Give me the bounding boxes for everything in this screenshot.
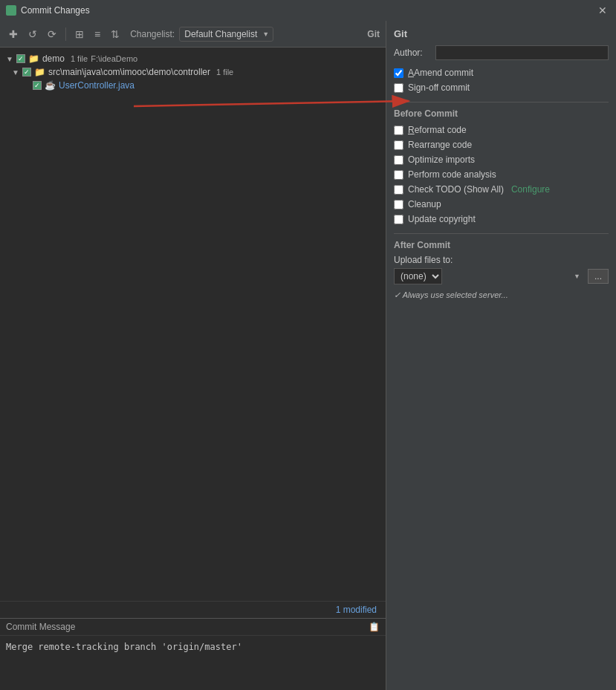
java-file-icon: ☕ <box>45 80 56 91</box>
signoff-commit-checkbox[interactable] <box>394 83 403 93</box>
commit-message-header: Commit Message 📋 <box>0 619 386 636</box>
undo-button[interactable]: ↺ <box>25 26 40 42</box>
tree-root-label: demo <box>42 53 65 64</box>
add-button[interactable]: ✚ <box>6 26 21 42</box>
reformat-row: Reformat code <box>394 125 609 135</box>
tree-root-badge: 1 file <box>71 54 88 63</box>
changelist-label: Changelist: <box>130 29 175 39</box>
folder-icon-root: 📁 <box>28 53 39 64</box>
changelist-select[interactable]: Default Changelist <box>179 27 273 42</box>
analyze-row: Perform code analysis <box>394 169 609 180</box>
app-icon <box>6 5 16 16</box>
commit-message-textarea[interactable]: Merge remote-tracking branch 'origin/mas… <box>0 636 386 688</box>
rearrange-row: Rearrange code <box>394 140 609 150</box>
reformat-checkbox[interactable] <box>394 126 403 135</box>
always-row: ✓ Always use selected server... <box>394 290 609 300</box>
amend-commit-label[interactable]: AAmend commit <box>408 68 473 78</box>
git-section-title: Git <box>394 28 609 39</box>
file-tree: ▼ ✓ 📁 demo 1 file F:\ideaDemo ▼ ✓ 📁 src\… <box>0 48 386 601</box>
commit-message-label: Commit Message <box>6 622 75 632</box>
rearrange-label[interactable]: Rearrange code <box>408 140 472 150</box>
signoff-commit-row: Sign-off commit <box>394 82 609 93</box>
upload-select-row: (none) ... <box>394 268 609 284</box>
cleanup-label[interactable]: Cleanup <box>408 199 441 209</box>
sort2-button[interactable]: ⇅ <box>108 26 123 42</box>
window-title: Commit Changes <box>21 5 90 16</box>
tree-file-label: UserController.java <box>59 80 134 91</box>
tree-root[interactable]: ▼ ✓ 📁 demo 1 file F:\ideaDemo <box>0 52 386 65</box>
todo-row: Check TODO (Show All) Configure <box>394 184 609 195</box>
folder-icon-1: 📁 <box>34 67 45 77</box>
tree-check-root[interactable]: ✓ <box>16 54 25 63</box>
tree-folder-label: src\main\java\com\imooc\demo\controller <box>48 67 210 77</box>
upload-select-wrapper[interactable]: (none) <box>394 268 585 284</box>
tree-folder-badge: 1 file <box>216 68 233 77</box>
author-label: Author: <box>394 48 429 58</box>
right-panel: Git Author: AAmend commit Sign-off commi… <box>386 21 616 690</box>
todo-checkbox[interactable] <box>394 185 403 195</box>
author-row: Author: <box>394 45 609 60</box>
signoff-commit-label[interactable]: Sign-off commit <box>408 82 470 93</box>
tree-file[interactable]: ▶ ✓ ☕ UserController.java <box>0 79 386 92</box>
configure-link[interactable]: Configure <box>511 184 550 195</box>
tree-check-file[interactable]: ✓ <box>33 81 42 90</box>
group-button[interactable]: ⊞ <box>72 26 87 42</box>
todo-label[interactable]: Check TODO (Show All) <box>408 184 504 195</box>
copyright-row: Update copyright <box>394 214 609 224</box>
optimize-label[interactable]: Optimize imports <box>408 154 475 165</box>
close-button[interactable]: ✕ <box>595 3 610 18</box>
sep1 <box>65 27 66 41</box>
optimize-checkbox[interactable] <box>394 155 403 165</box>
reformat-label[interactable]: Reformat code <box>408 125 467 135</box>
copyright-label[interactable]: Update copyright <box>408 214 476 224</box>
optimize-row: Optimize imports <box>394 154 609 165</box>
copyright-checkbox[interactable] <box>394 215 403 224</box>
amend-commit-row: AAmend commit <box>394 68 609 78</box>
toolbar: ✚ ↺ ⟳ ⊞ ≡ ⇅ Changelist: Default Changeli… <box>0 21 386 48</box>
rearrange-checkbox[interactable] <box>394 140 403 150</box>
before-commit-divider: Before Commit <box>394 102 609 119</box>
sort-button[interactable]: ≡ <box>91 26 103 42</box>
upload-browse-button[interactable]: ... <box>588 269 609 284</box>
upload-files-label: Upload files to: <box>394 255 609 265</box>
cleanup-row: Cleanup <box>394 199 609 209</box>
commit-message-section: Commit Message 📋 Merge remote-tracking b… <box>0 618 386 690</box>
commit-message-icon[interactable]: 📋 <box>369 622 380 632</box>
upload-select[interactable]: (none) <box>394 268 442 284</box>
analyze-checkbox[interactable] <box>394 170 403 180</box>
changelist-select-wrapper[interactable]: Default Changelist <box>179 27 273 42</box>
analyze-label[interactable]: Perform code analysis <box>408 169 496 180</box>
tree-folder[interactable]: ▼ ✓ 📁 src\main\java\com\imooc\demo\contr… <box>0 65 386 79</box>
tree-check-folder[interactable]: ✓ <box>22 68 31 77</box>
tree-root-path: F:\ideaDemo <box>91 54 137 63</box>
author-input[interactable] <box>435 45 609 60</box>
modified-count: 1 modified <box>0 601 386 618</box>
cleanup-checkbox[interactable] <box>394 200 403 209</box>
title-bar: Commit Changes ✕ <box>0 0 616 21</box>
git-label: Git <box>367 29 380 39</box>
refresh-button[interactable]: ⟳ <box>45 26 59 42</box>
amend-commit-checkbox[interactable] <box>394 68 403 78</box>
after-commit-title: After Commit <box>394 233 609 250</box>
